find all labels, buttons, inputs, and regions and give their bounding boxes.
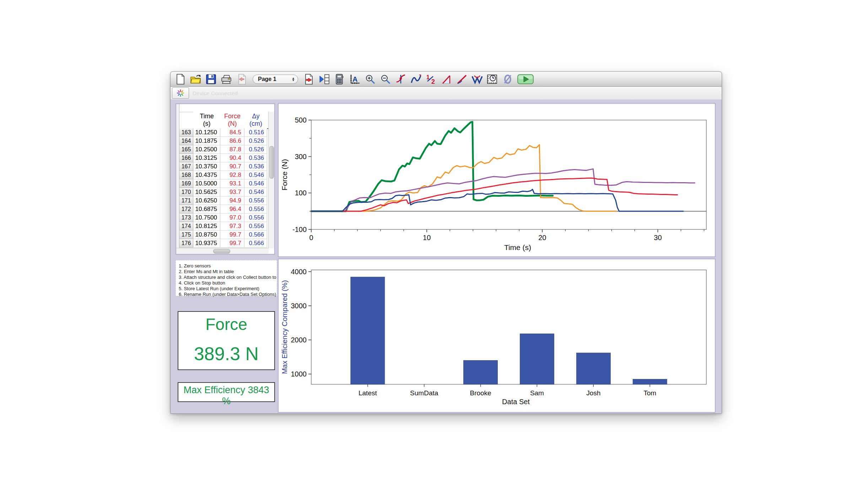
bar-latest: [351, 277, 385, 384]
cell-time[interactable]: 10.7500: [193, 213, 220, 222]
table-horizontal-scrollbar[interactable]: [176, 248, 269, 254]
tangent-button[interactable]: [455, 73, 468, 85]
cell-force[interactable]: 97.0: [220, 213, 244, 222]
fft-button[interactable]: 12: [425, 73, 438, 85]
examine-button[interactable]: [394, 73, 407, 85]
cell-dy[interactable]: 0.526: [244, 145, 267, 154]
cell-time[interactable]: 10.5000: [193, 179, 220, 188]
zero-sensors-button[interactable]: [501, 73, 514, 85]
collect-button[interactable]: [517, 73, 534, 85]
printer-icon: [221, 74, 232, 84]
row-number[interactable]: 174: [179, 222, 193, 231]
zoom-in-button[interactable]: [364, 73, 377, 85]
y-axis-label: Force (N): [280, 159, 289, 191]
cell-time[interactable]: 10.6250: [193, 196, 220, 205]
row-number[interactable]: 170: [179, 188, 193, 196]
cell-time[interactable]: 10.5625: [193, 188, 220, 196]
cell-force[interactable]: 84.5: [220, 128, 244, 137]
cell-dy[interactable]: 0.536: [244, 162, 267, 171]
cell-dy[interactable]: 0.546: [244, 188, 267, 196]
calculator-device-button[interactable]: [333, 73, 346, 85]
save-file-button[interactable]: [205, 73, 217, 85]
autoscale-button[interactable]: A: [349, 73, 361, 85]
cell-force[interactable]: 87.8: [220, 145, 244, 154]
cell-time[interactable]: 10.1250: [193, 128, 220, 137]
cell-force[interactable]: 93.7: [220, 188, 244, 196]
new-file-icon: [176, 74, 185, 85]
statistics-icon: [471, 74, 483, 84]
cell-dy[interactable]: 0.566: [244, 231, 267, 239]
column-header-0[interactable]: Time(s): [193, 112, 221, 129]
previous-page-button[interactable]: [235, 73, 248, 85]
row-number[interactable]: 175: [179, 231, 193, 239]
activity-spinner-button[interactable]: [172, 87, 189, 99]
cell-time[interactable]: 10.3125: [193, 154, 220, 162]
horizontal-scroll-thumb[interactable]: [213, 249, 230, 254]
curve-fit-button[interactable]: [410, 73, 422, 85]
cell-time[interactable]: 10.8125: [193, 222, 220, 231]
zoom-out-button[interactable]: [379, 73, 392, 85]
row-number[interactable]: 163: [179, 128, 193, 137]
integral-button[interactable]: [440, 73, 453, 85]
vertical-scroll-thumb[interactable]: [269, 146, 274, 179]
column-header-2[interactable]: Δy(cm): [244, 112, 268, 129]
cell-force[interactable]: 99.7: [220, 239, 244, 248]
cell-dy[interactable]: 0.536: [244, 154, 267, 162]
row-number[interactable]: 176: [179, 239, 193, 248]
cell-time[interactable]: 10.8750: [193, 231, 220, 239]
row-number[interactable]: 164: [179, 137, 193, 145]
row-number[interactable]: 165: [179, 145, 193, 154]
column-header-1[interactable]: Force(N): [220, 112, 245, 129]
data-browser-icon: [319, 74, 330, 85]
y-tick-label: 100: [295, 189, 307, 197]
data-collection-setup-button[interactable]: [486, 73, 499, 85]
cell-dy[interactable]: 0.546: [244, 171, 267, 179]
new-file-button[interactable]: [174, 73, 187, 85]
cell-dy[interactable]: 0.546: [244, 179, 267, 188]
page-selector[interactable]: Page 1 ▲▼: [253, 75, 298, 84]
row-number[interactable]: 166: [179, 154, 193, 162]
cell-dy[interactable]: 0.556: [244, 196, 267, 205]
row-number[interactable]: 171: [179, 196, 193, 205]
next-page-button[interactable]: [303, 73, 316, 85]
force-time-graph-panel[interactable]: -1001003005000102030Time (s)Force (N): [278, 103, 716, 257]
row-number[interactable]: 172: [179, 205, 193, 213]
cell-force[interactable]: 97.3: [220, 222, 244, 231]
cell-time[interactable]: 10.4375: [193, 171, 220, 179]
table-vertical-scrollbar[interactable]: [268, 112, 274, 248]
data-browser-button[interactable]: [318, 73, 331, 85]
page-stepper-icon: ▲▼: [292, 77, 295, 81]
bar-tom: [633, 379, 667, 384]
svg-text:A: A: [352, 75, 357, 83]
cell-dy[interactable]: 0.556: [244, 213, 267, 222]
cell-dy[interactable]: 0.526: [244, 137, 267, 145]
cell-time[interactable]: 10.6875: [193, 205, 220, 213]
row-number[interactable]: 167: [179, 162, 193, 171]
cell-force[interactable]: 99.7: [220, 231, 244, 239]
cell-time[interactable]: 10.1875: [193, 137, 220, 145]
print-button[interactable]: [220, 73, 233, 85]
cell-time[interactable]: 10.2500: [193, 145, 220, 154]
cell-force[interactable]: 94.9: [220, 196, 244, 205]
efficiency-bar-graph-panel[interactable]: 1000200030004000LatestSumDataBrookeSamJo…: [278, 259, 716, 413]
bar-josh: [576, 353, 610, 384]
page-content: Time(s)Force(N)Δy(cm)16310.125084.50.516…: [171, 99, 722, 413]
row-number[interactable]: 169: [179, 179, 193, 188]
open-file-button[interactable]: [189, 73, 202, 85]
statistics-button[interactable]: [471, 73, 484, 85]
cell-time[interactable]: 10.9375: [193, 239, 220, 248]
cell-force[interactable]: 93.1: [220, 179, 244, 188]
cell-force[interactable]: 90.7: [220, 162, 244, 171]
cell-dy[interactable]: 0.516: [244, 128, 267, 137]
cell-force[interactable]: 96.4: [220, 205, 244, 213]
cell-force[interactable]: 90.4: [220, 154, 244, 162]
row-number[interactable]: 173: [179, 213, 193, 222]
row-number[interactable]: 168: [179, 171, 193, 179]
cell-dy[interactable]: 0.556: [244, 222, 267, 231]
cell-force[interactable]: 92.8: [220, 171, 244, 179]
curve-fit-icon: [411, 74, 421, 84]
cell-dy[interactable]: 0.556: [244, 205, 267, 213]
cell-force[interactable]: 86.6: [220, 137, 244, 145]
cell-time[interactable]: 10.3750: [193, 162, 220, 171]
cell-dy[interactable]: 0.566: [244, 239, 267, 248]
